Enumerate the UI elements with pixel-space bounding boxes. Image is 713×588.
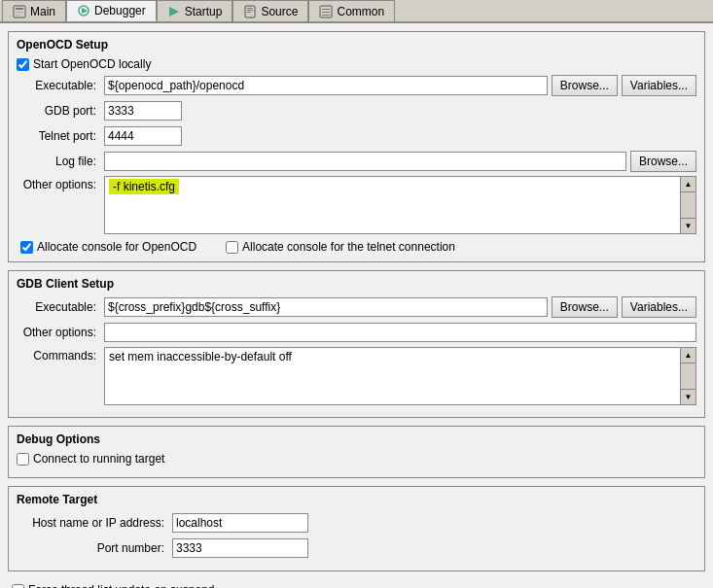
scroll-up-arrow[interactable]: ▲ bbox=[681, 177, 695, 192]
connect-running-checkbox[interactable] bbox=[17, 453, 29, 466]
tab-source[interactable]: Source bbox=[232, 0, 308, 21]
commands-value: set mem inaccessible-by-default off bbox=[109, 350, 292, 363]
tab-bar: Main Debugger Startup Source Common bbox=[0, 0, 713, 23]
tab-source-label: Source bbox=[261, 5, 298, 18]
other-options-value: -f kinetis.cfg bbox=[109, 179, 179, 194]
scroll-down-arrow[interactable]: ▼ bbox=[681, 218, 695, 233]
allocate-telnet-item: Allocate console for the telnet connecti… bbox=[226, 240, 455, 254]
gdb-executable-label: Executable: bbox=[17, 300, 104, 314]
telnet-port-input[interactable] bbox=[104, 126, 182, 146]
gdb-section-title: GDB Client Setup bbox=[17, 277, 696, 291]
commands-scroll-up[interactable]: ▲ bbox=[681, 348, 695, 363]
gdb-browse-button[interactable]: Browse... bbox=[552, 296, 618, 318]
log-file-label: Log file: bbox=[17, 155, 104, 168]
allocate-openocd-checkbox[interactable] bbox=[20, 241, 33, 254]
svg-rect-1 bbox=[16, 8, 23, 10]
svg-rect-2 bbox=[16, 12, 23, 13]
main-icon bbox=[13, 5, 26, 18]
other-options-content: -f kinetis.cfg bbox=[105, 177, 680, 233]
source-icon bbox=[243, 5, 257, 18]
gdb-port-row: GDB port: bbox=[17, 100, 696, 121]
other-options-scrollbar[interactable]: ▲ ▼ bbox=[680, 177, 695, 233]
host-input[interactable] bbox=[172, 513, 308, 533]
commands-scroll-track bbox=[681, 363, 695, 389]
commands-scroll-down[interactable]: ▼ bbox=[681, 389, 695, 404]
port-input[interactable] bbox=[172, 538, 308, 558]
allocate-telnet-label[interactable]: Allocate console for the telnet connecti… bbox=[242, 240, 455, 254]
executable-variables-button[interactable]: Variables... bbox=[622, 75, 696, 96]
start-locally-checkbox[interactable] bbox=[17, 58, 29, 71]
common-icon bbox=[319, 5, 333, 18]
commands-label: Commands: bbox=[17, 347, 104, 363]
allocate-openocd-item: Allocate console for OpenOCD bbox=[20, 240, 196, 254]
connect-running-label[interactable]: Connect to running target bbox=[33, 452, 164, 466]
main-content: OpenOCD Setup Start OpenOCD locally Exec… bbox=[0, 23, 713, 588]
start-locally-row: Start OpenOCD locally bbox=[17, 57, 696, 71]
telnet-port-row: Telnet port: bbox=[17, 125, 696, 147]
commands-content: set mem inaccessible-by-default off bbox=[105, 348, 680, 404]
gdb-executable-row: Executable: Browse... Variables... bbox=[17, 296, 696, 318]
svg-rect-3 bbox=[16, 15, 20, 16]
executable-browse-button[interactable]: Browse... bbox=[552, 75, 618, 96]
allocate-telnet-checkbox[interactable] bbox=[226, 241, 238, 254]
log-browse-button[interactable]: Browse... bbox=[630, 151, 696, 172]
host-label: Host name or IP address: bbox=[17, 516, 172, 530]
port-row: Port number: bbox=[17, 537, 696, 559]
log-file-input[interactable] bbox=[104, 152, 626, 171]
svg-rect-12 bbox=[322, 9, 330, 10]
force-thread-label[interactable]: Force thread list update on suspend bbox=[28, 583, 214, 588]
gdb-port-label: GDB port: bbox=[17, 104, 104, 118]
host-row: Host name or IP address: bbox=[17, 512, 696, 534]
gdb-other-options-row: Other options: bbox=[17, 322, 696, 343]
executable-input[interactable] bbox=[104, 76, 548, 95]
gdb-other-options-label: Other options: bbox=[17, 326, 104, 339]
openocd-setup-section: OpenOCD Setup Start OpenOCD locally Exec… bbox=[8, 31, 705, 262]
connect-running-row: Connect to running target bbox=[17, 452, 696, 466]
gdb-client-setup-section: GDB Client Setup Executable: Browse... V… bbox=[8, 270, 705, 418]
tab-common-label: Common bbox=[337, 5, 384, 18]
commands-scrollbar[interactable]: ▲ ▼ bbox=[680, 348, 695, 404]
svg-marker-6 bbox=[169, 7, 179, 17]
tab-debugger-label: Debugger bbox=[94, 4, 146, 17]
other-options-row: Other options: -f kinetis.cfg ▲ ▼ bbox=[17, 176, 696, 234]
svg-rect-10 bbox=[247, 12, 251, 13]
log-file-row: Log file: Browse... bbox=[17, 151, 696, 172]
tab-main[interactable]: Main bbox=[2, 0, 66, 21]
gdb-executable-input[interactable] bbox=[104, 297, 548, 317]
telnet-port-label: Telnet port: bbox=[17, 129, 104, 143]
tab-common[interactable]: Common bbox=[308, 0, 395, 21]
other-options-label: Other options: bbox=[17, 176, 104, 191]
console-row: Allocate console for OpenOCD Allocate co… bbox=[17, 240, 696, 254]
debug-options-title: Debug Options bbox=[17, 432, 696, 446]
tab-startup[interactable]: Startup bbox=[157, 0, 233, 21]
debugger-icon bbox=[77, 4, 90, 17]
svg-rect-14 bbox=[322, 15, 330, 16]
port-label: Port number: bbox=[17, 541, 172, 555]
bottom-checkbox-row: Force thread list update on suspend bbox=[8, 579, 705, 588]
allocate-openocd-label[interactable]: Allocate console for OpenOCD bbox=[37, 240, 196, 254]
openocd-section-title: OpenOCD Setup bbox=[17, 38, 696, 52]
gdb-port-input[interactable] bbox=[104, 101, 182, 121]
startup-icon bbox=[167, 5, 181, 18]
force-thread-checkbox[interactable] bbox=[12, 584, 24, 589]
executable-row: Executable: Browse... Variables... bbox=[17, 75, 696, 96]
gdb-other-options-input[interactable] bbox=[104, 323, 696, 342]
commands-row: Commands: set mem inaccessible-by-defaul… bbox=[17, 347, 696, 405]
remote-target-title: Remote Target bbox=[17, 493, 696, 506]
start-locally-label[interactable]: Start OpenOCD locally bbox=[33, 57, 151, 71]
svg-marker-5 bbox=[82, 8, 88, 14]
tab-main-label: Main bbox=[30, 5, 55, 18]
debug-options-section: Debug Options Connect to running target bbox=[8, 426, 705, 478]
scroll-track bbox=[681, 192, 695, 218]
svg-rect-8 bbox=[247, 8, 253, 9]
executable-label: Executable: bbox=[17, 79, 104, 92]
tab-startup-label: Startup bbox=[185, 5, 223, 18]
svg-rect-9 bbox=[247, 10, 253, 11]
gdb-variables-button[interactable]: Variables... bbox=[622, 296, 696, 318]
tab-debugger[interactable]: Debugger bbox=[66, 0, 157, 21]
remote-target-section: Remote Target Host name or IP address: P… bbox=[8, 486, 705, 571]
svg-rect-13 bbox=[322, 12, 330, 13]
